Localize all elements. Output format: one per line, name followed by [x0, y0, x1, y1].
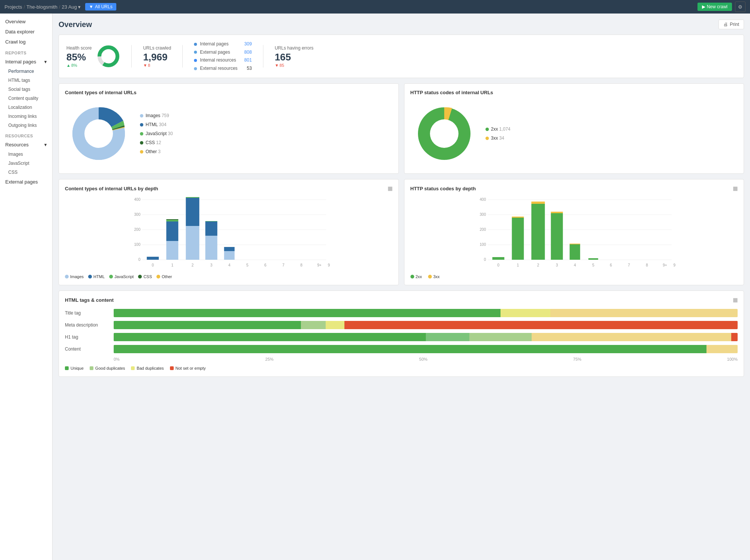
content-unique	[114, 345, 706, 353]
legend-item-js-bar: JavaScript	[109, 274, 134, 279]
filter-button[interactable]: ▼ All URLs	[85, 3, 116, 11]
blogsmith-link[interactable]: The-blogsmith	[27, 4, 57, 10]
page-header: Overview 🖨 Print	[59, 20, 744, 29]
sidebar-item-data-explorer[interactable]: Data explorer	[0, 27, 52, 37]
sidebar: Overview Data explorer Crawl log REPORTS…	[0, 14, 53, 560]
sidebar-subitem-performance[interactable]: Performance	[0, 67, 52, 76]
sidebar-item-crawl-log[interactable]: Crawl log	[0, 37, 52, 47]
print-button[interactable]: 🖨 Print	[718, 20, 744, 29]
h1-bad-dup	[469, 333, 532, 341]
chevron-icon: ▾	[44, 59, 47, 65]
legend-good-dup: Good duplicates	[90, 366, 125, 370]
html-tags-x-axis: 0% 25% 50% 75% 100%	[65, 357, 738, 361]
svg-point-2	[103, 51, 114, 62]
svg-rect-52	[512, 218, 524, 260]
breadcrumb: Projects / The-blogsmith / 23 Aug ▾ ▼ Al…	[5, 3, 693, 11]
svg-rect-26	[205, 221, 217, 236]
new-crawl-button[interactable]: ▶ New crawl	[697, 3, 732, 11]
svg-text:6: 6	[610, 263, 612, 267]
urls-errors-group: URLs having errors 165 ▼ 85	[275, 45, 313, 68]
svg-rect-60	[588, 258, 598, 260]
legend-item-html-bar: HTML	[88, 274, 105, 279]
settings-button[interactable]: ⚙	[735, 2, 745, 12]
h1-tag-bar	[114, 333, 738, 341]
urls-errors-value: 165	[275, 51, 313, 63]
legend-dot-html	[140, 123, 143, 126]
sidebar-item-resources[interactable]: Resources ▾	[0, 140, 52, 150]
meta-desc-row: Meta description	[65, 321, 738, 329]
sidebar-subitem-social-tags[interactable]: Social tags	[0, 85, 52, 94]
svg-rect-28	[224, 251, 234, 260]
legend-other-dot	[156, 275, 160, 278]
legend-2xx-dot	[410, 275, 414, 278]
svg-text:1: 1	[171, 263, 173, 267]
content-types-pie-area: Images 759 HTML 304 JavaScript 30 C	[65, 100, 392, 167]
legend-css-dot	[138, 275, 142, 278]
chart-grid-icon1: ▦	[388, 185, 392, 191]
http-status-bar-title: HTTP status codes by depth ▦	[410, 185, 738, 191]
svg-text:200: 200	[479, 227, 486, 232]
urls-crawled-change: ▼ 8	[143, 63, 171, 68]
title-tag-bar	[114, 309, 738, 317]
svg-text:9+: 9+	[663, 263, 667, 267]
legend-dot-js	[140, 132, 143, 135]
svg-rect-54	[531, 204, 545, 260]
urls-table: Internal pages 309 External pages 808 In…	[194, 40, 252, 72]
svg-rect-59	[570, 244, 580, 244]
sidebar-item-external-pages[interactable]: External pages	[0, 177, 52, 187]
svg-rect-19	[166, 221, 178, 241]
urls-errors-change: ▼ 85	[275, 63, 313, 68]
svg-text:5: 5	[246, 263, 248, 267]
dot-external-pages	[194, 51, 197, 54]
svg-rect-22	[186, 226, 199, 260]
legend-bad-dup: Bad duplicates	[131, 366, 164, 370]
content-not-set	[706, 345, 738, 353]
sidebar-subitem-outgoing-links[interactable]: Outgoing links	[0, 121, 52, 130]
svg-rect-20	[166, 220, 178, 221]
sidebar-item-overview[interactable]: Overview	[0, 17, 52, 27]
health-score-label: Health score	[66, 45, 92, 51]
svg-point-6	[430, 119, 458, 148]
sidebar-subitem-incoming-links[interactable]: Incoming links	[0, 112, 52, 121]
http-status-donut-svg	[410, 100, 478, 167]
legend-js: JavaScript 30	[140, 129, 173, 138]
sidebar-subitem-localization[interactable]: Localization	[0, 103, 52, 112]
svg-rect-17	[147, 257, 159, 260]
health-donut-chart	[97, 45, 120, 68]
legend-3xx-dot	[428, 275, 432, 278]
sidebar-subitem-content-quality[interactable]: Content quality	[0, 94, 52, 103]
health-score-group: Health score 85% ▲ 8%	[66, 45, 120, 68]
svg-text:0: 0	[497, 263, 499, 267]
projects-link[interactable]: Projects	[5, 4, 22, 10]
svg-rect-29	[224, 247, 234, 251]
sidebar-subitem-html-tags[interactable]: HTML tags	[0, 76, 52, 85]
sidebar-item-internal-pages[interactable]: Internal pages ▾	[0, 57, 52, 67]
sidebar-subitem-javascript[interactable]: JavaScript	[0, 159, 52, 168]
http-status-bar-legend: 2xx 3xx	[410, 274, 738, 279]
divider3	[263, 45, 263, 68]
svg-text:2: 2	[537, 263, 539, 267]
url-row-internal-pages: Internal pages 309	[194, 40, 252, 48]
svg-text:100: 100	[134, 242, 141, 247]
content-row: Content	[65, 345, 738, 353]
gear-icon: ⚙	[738, 4, 742, 10]
svg-text:100: 100	[479, 242, 486, 247]
meta-bad-dup	[326, 321, 344, 329]
content-bar	[114, 345, 738, 353]
urls-crawled-label: URLs crawled	[143, 45, 171, 51]
swatch-good-dup	[90, 366, 93, 370]
legend-images-dot	[65, 275, 69, 278]
nav-right-actions: ▶ New crawl ⚙	[697, 2, 745, 12]
http-status-title: HTTP status codes of internal URLs	[410, 90, 738, 95]
svg-text:7: 7	[628, 263, 630, 267]
up-arrow-icon: ▲	[66, 63, 71, 68]
date-button[interactable]: 23 Aug ▾	[62, 4, 81, 10]
sidebar-subitem-images[interactable]: Images	[0, 150, 52, 159]
content-types-card: Content types of internal URLs	[59, 83, 399, 174]
title-not-set	[550, 309, 738, 317]
title-bad-dup	[501, 309, 550, 317]
sidebar-subitem-css[interactable]: CSS	[0, 168, 52, 177]
svg-rect-21	[166, 219, 178, 220]
top-nav: Projects / The-blogsmith / 23 Aug ▾ ▼ Al…	[0, 0, 750, 14]
legend-dot-css	[140, 141, 143, 145]
